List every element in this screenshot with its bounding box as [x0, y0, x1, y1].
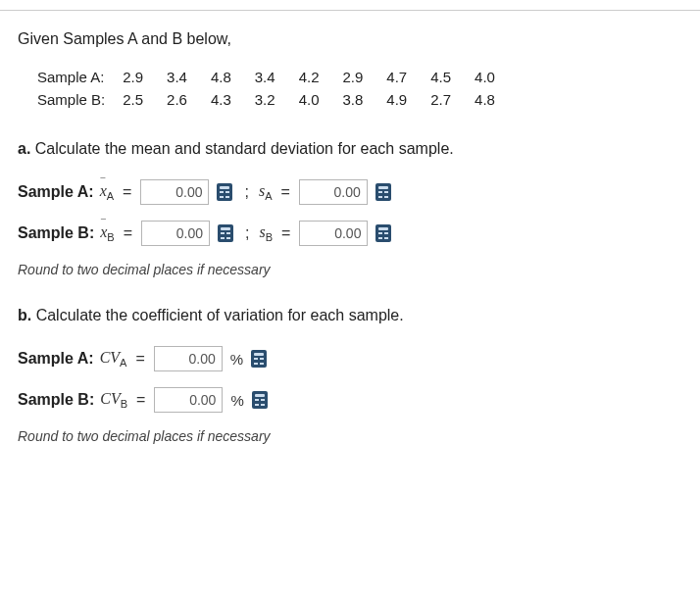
sample-b-val: 2.6 — [157, 88, 201, 111]
s-a-symbol: sA — [259, 182, 273, 202]
sample-a-cv-label: Sample A: — [18, 350, 94, 368]
sample-b-row: Sample B: 2.5 2.6 4.3 3.2 4.0 3.8 4.9 2.… — [37, 88, 509, 111]
mean-b-input[interactable] — [141, 221, 210, 246]
percent-sign: % — [228, 351, 243, 368]
intro-text: Given Samples A and B below, — [18, 30, 682, 48]
sample-b-val: 2.5 — [113, 88, 157, 111]
sample-a-val: 2.9 — [113, 66, 157, 88]
sample-a-ans-label: Sample A: — [18, 183, 94, 201]
semicolon: ; — [239, 224, 253, 242]
sample-b-val: 4.8 — [465, 88, 509, 111]
sample-a-row: Sample A: 2.9 3.4 4.8 3.4 4.2 2.9 4.7 4.… — [37, 66, 509, 88]
sample-a-val: 4.0 — [465, 66, 509, 88]
sample-a-val: 2.9 — [333, 66, 377, 88]
sample-b-val: 4.3 — [201, 88, 245, 111]
sample-a-val: 4.8 — [201, 66, 245, 88]
sample-b-val: 3.2 — [245, 88, 289, 111]
xbar-b-symbol: xB — [100, 223, 114, 243]
part-a-prefix: a. — [18, 140, 30, 157]
sample-a-val: 4.5 — [421, 66, 465, 88]
sample-a-label: Sample A: — [37, 66, 113, 88]
cv-a-input[interactable] — [154, 346, 223, 371]
sample-b-mean-sd-line: Sample B: xB = ; sB = — [18, 221, 682, 246]
part-a-hint: Round to two decimal places if necessary — [18, 262, 682, 277]
percent-sign: % — [228, 392, 243, 409]
part-b-prompt: b. Calculate the coefficient of variatio… — [18, 307, 682, 324]
sample-b-label: Sample B: — [37, 88, 113, 111]
calculator-icon[interactable] — [375, 183, 391, 201]
s-b-symbol: sB — [260, 223, 274, 243]
sd-a-input[interactable] — [299, 179, 368, 205]
sample-b-val: 2.7 — [421, 88, 465, 111]
part-a-text: Calculate the mean and standard deviatio… — [30, 140, 453, 157]
part-b-prefix: b. — [18, 307, 31, 323]
sample-b-val: 4.9 — [376, 88, 421, 111]
cv-a-symbol: CVA — [100, 349, 127, 369]
sample-a-val: 3.4 — [157, 66, 201, 88]
sample-a-cv-line: Sample A: CVA = % — [18, 346, 682, 371]
equals-sign: = — [132, 350, 147, 368]
calculator-icon[interactable] — [251, 350, 267, 368]
sd-b-input[interactable] — [299, 221, 368, 246]
semicolon: ; — [238, 183, 252, 201]
calculator-icon[interactable] — [217, 183, 232, 201]
calculator-icon[interactable] — [252, 391, 268, 409]
calculator-icon[interactable] — [375, 224, 391, 242]
sample-a-val: 3.4 — [245, 66, 289, 88]
part-b-text: Calculate the coefficient of variation f… — [31, 307, 403, 323]
sample-data-table: Sample A: 2.9 3.4 4.8 3.4 4.2 2.9 4.7 4.… — [37, 66, 509, 111]
sample-b-val: 4.0 — [289, 88, 333, 111]
equals-sign: = — [278, 224, 293, 242]
sample-b-cv-line: Sample B: CVB = % — [18, 387, 682, 413]
calculator-icon[interactable] — [218, 224, 233, 242]
sample-b-cv-label: Sample B: — [18, 391, 94, 409]
sample-a-val: 4.2 — [289, 66, 333, 88]
mean-a-input[interactable] — [140, 179, 209, 205]
cv-b-symbol: CVB — [100, 390, 127, 410]
sample-a-mean-sd-line: Sample A: xA = ; sA = — [18, 179, 682, 205]
equals-sign: = — [120, 183, 134, 201]
part-a-prompt: a. Calculate the mean and standard devia… — [18, 140, 682, 158]
cv-b-input[interactable] — [154, 387, 223, 413]
sample-b-val: 3.8 — [333, 88, 377, 111]
xbar-a-symbol: xA — [100, 182, 114, 202]
part-b-hint: Round to two decimal places if necessary — [18, 428, 682, 444]
sample-b-ans-label: Sample B: — [18, 224, 94, 242]
sample-a-val: 4.7 — [376, 66, 421, 88]
equals-sign: = — [133, 391, 148, 409]
equals-sign: = — [121, 224, 135, 242]
equals-sign: = — [277, 183, 292, 201]
